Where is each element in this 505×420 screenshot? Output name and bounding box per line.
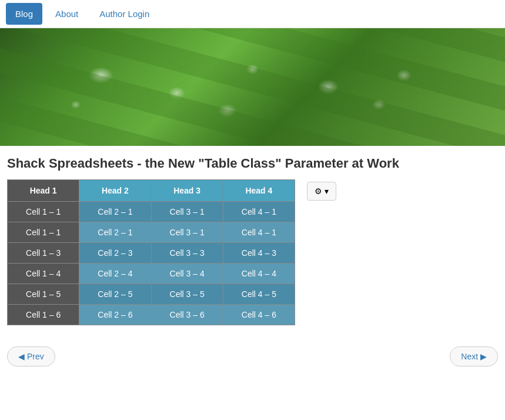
gear-button[interactable]: ⚙ ▾ [307, 182, 336, 201]
cell-3-1: Cell 2 – 4 [79, 263, 151, 284]
cell-5-0: Cell 1 – 6 [8, 304, 79, 325]
cell-2-0: Cell 1 – 3 [8, 242, 79, 263]
col-head-2: Head 2 [79, 179, 151, 201]
navbar: Blog About Author Login [0, 0, 505, 28]
cell-4-2: Cell 3 – 5 [151, 284, 223, 304]
cell-0-2: Cell 3 – 1 [151, 201, 223, 222]
article-title: Shack Spreadsheets - the New "Table Clas… [0, 146, 505, 179]
cell-2-3: Cell 4 – 3 [223, 242, 295, 263]
nav-about[interactable]: About [45, 1, 89, 27]
cell-0-1: Cell 2 – 1 [79, 201, 151, 222]
nav-blog[interactable]: Blog [6, 3, 42, 25]
cell-3-3: Cell 4 – 4 [223, 263, 295, 284]
table-row: Cell 1 – 3Cell 2 – 3Cell 3 – 3Cell 4 – 3 [8, 242, 295, 263]
table-row: Cell 1 – 6Cell 2 – 6Cell 3 – 6Cell 4 – 6 [8, 304, 295, 325]
cell-1-2: Cell 3 – 1 [151, 222, 223, 242]
cell-5-1: Cell 2 – 6 [79, 304, 151, 325]
hero-image [0, 28, 505, 146]
cell-1-1: Cell 2 – 1 [79, 222, 151, 242]
pagination: ◀ Prev Next ▶ [0, 337, 505, 378]
cell-1-0: Cell 1 – 1 [8, 222, 79, 242]
cell-3-0: Cell 1 – 4 [8, 263, 79, 284]
nav-author-login[interactable]: Author Login [89, 1, 160, 27]
prev-button[interactable]: ◀ Prev [7, 346, 55, 366]
cell-5-3: Cell 4 – 6 [223, 304, 295, 325]
gear-icon: ⚙ [315, 186, 322, 196]
cell-1-3: Cell 4 – 1 [223, 222, 295, 242]
cell-4-1: Cell 2 – 5 [79, 284, 151, 304]
spreadsheet-table: Head 1 Head 2 Head 3 Head 4 Cell 1 – 1Ce… [7, 179, 295, 325]
cell-2-1: Cell 2 – 3 [79, 242, 151, 263]
cell-4-0: Cell 1 – 5 [8, 284, 79, 304]
col-head-1: Head 1 [8, 179, 79, 201]
cell-0-3: Cell 4 – 1 [223, 201, 295, 222]
col-head-3: Head 3 [151, 179, 223, 201]
next-button[interactable]: Next ▶ [450, 346, 498, 366]
table-row: Cell 1 – 4Cell 2 – 4Cell 3 – 4Cell 4 – 4 [8, 263, 295, 284]
cell-5-2: Cell 3 – 6 [151, 304, 223, 325]
table-row: Cell 1 – 5Cell 2 – 5Cell 3 – 5Cell 4 – 5 [8, 284, 295, 304]
table-header-row: Head 1 Head 2 Head 3 Head 4 [8, 179, 295, 201]
cell-0-0: Cell 1 – 1 [8, 201, 79, 222]
page-container: Blog About Author Login Shack Spreadshee… [0, 0, 505, 378]
col-head-4: Head 4 [223, 179, 295, 201]
table-section: Head 1 Head 2 Head 3 Head 4 Cell 1 – 1Ce… [0, 179, 505, 337]
cell-4-3: Cell 4 – 5 [223, 284, 295, 304]
table-row: Cell 1 – 1Cell 2 – 1Cell 3 – 1Cell 4 – 1 [8, 222, 295, 242]
cell-2-2: Cell 3 – 3 [151, 242, 223, 263]
cell-3-2: Cell 3 – 4 [151, 263, 223, 284]
gear-dropdown-icon: ▾ [325, 186, 329, 196]
table-row: Cell 1 – 1Cell 2 – 1Cell 3 – 1Cell 4 – 1 [8, 201, 295, 222]
